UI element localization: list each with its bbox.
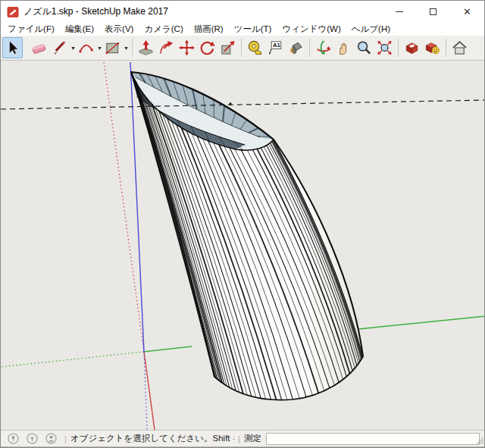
push-pull-icon xyxy=(137,39,155,57)
close-icon: ✕ xyxy=(463,7,471,17)
menu-view[interactable]: 表示(V) xyxy=(99,23,139,36)
status-message: オブジェクトを選択してください。Shift キーを押したまま選択するか、また..… xyxy=(70,433,234,444)
zoom-extents-icon xyxy=(376,39,393,57)
minimize-button[interactable] xyxy=(382,1,416,23)
select-tool-button[interactable] xyxy=(2,37,23,58)
minimize-icon xyxy=(396,11,403,12)
pan-tool-button[interactable] xyxy=(333,37,354,58)
menu-edit[interactable]: 編集(E) xyxy=(60,23,99,36)
toolbar-separator xyxy=(398,39,399,57)
share-model-button[interactable] xyxy=(422,37,443,58)
menu-camera[interactable]: カメラ(C) xyxy=(139,23,188,36)
move-tool-button[interactable] xyxy=(177,37,197,58)
menu-draw[interactable]: 描画(R) xyxy=(189,23,229,36)
menu-window[interactable]: ウィンドウ(W) xyxy=(277,23,346,36)
move-icon xyxy=(178,39,196,57)
eraser-tool-button[interactable] xyxy=(29,37,49,58)
paint-bucket-tool-button[interactable] xyxy=(286,37,306,58)
maximize-icon xyxy=(430,8,436,15)
push-pull-tool-button[interactable] xyxy=(136,37,156,58)
zoom-magnifier-icon xyxy=(355,39,373,57)
shapes-dropdown-arrow[interactable]: ▼ xyxy=(124,45,129,51)
orbit-tool-button[interactable] xyxy=(313,37,333,58)
select-arrow-icon xyxy=(5,39,21,56)
home-button[interactable] xyxy=(449,37,470,58)
credits-icon[interactable] xyxy=(27,433,38,444)
text-tool-button[interactable]: A1 xyxy=(265,37,286,58)
window-controls: ✕ xyxy=(382,1,484,23)
measurement-label: 測定 xyxy=(244,433,261,444)
pencil-icon xyxy=(51,39,68,57)
sketchup-logo-icon xyxy=(7,6,19,18)
warehouse-model-icon xyxy=(403,39,421,57)
rotate-icon xyxy=(199,39,216,57)
orbit-icon xyxy=(314,39,332,57)
toolbar-separator xyxy=(241,39,242,57)
arc-dropdown-arrow[interactable]: ▼ xyxy=(97,45,102,51)
toolbar-separator xyxy=(309,39,310,57)
follow-me-tool-button[interactable] xyxy=(156,37,177,58)
eraser-icon xyxy=(30,39,48,57)
scale-tool-button[interactable] xyxy=(217,37,238,58)
text-label-icon: A1 xyxy=(267,39,284,57)
tape-measure-tool-button[interactable] xyxy=(245,37,265,58)
get-models-button[interactable] xyxy=(402,37,422,58)
line-dropdown-arrow[interactable]: ▼ xyxy=(70,45,76,51)
menu-tools[interactable]: ツール(T) xyxy=(229,23,277,36)
svg-text:A1: A1 xyxy=(273,42,281,49)
pan-hand-icon xyxy=(335,39,352,57)
rotate-tool-button[interactable] xyxy=(197,37,217,58)
sign-in-person-icon[interactable] xyxy=(45,433,57,444)
shapes-tool-button[interactable] xyxy=(102,37,123,58)
measurement-input[interactable] xyxy=(266,433,480,445)
nozzle-model-canvas[interactable] xyxy=(1,61,485,430)
tape-measure-icon xyxy=(246,39,264,57)
toolbar-separator xyxy=(446,39,446,57)
arc-tool-button[interactable] xyxy=(76,37,96,58)
statusbar-divider: | xyxy=(64,434,67,443)
maximize-button[interactable] xyxy=(416,1,450,23)
toolbar-separator xyxy=(132,39,133,57)
model-viewport[interactable] xyxy=(1,61,484,430)
follow-me-icon xyxy=(158,39,175,57)
sketchup-window: ノズル1.skp - SketchUp Make 2017 ✕ ファイル(F) … xyxy=(0,0,485,448)
menu-bar: ファイル(F) 編集(E) 表示(V) カメラ(C) 描画(R) ツール(T) … xyxy=(1,23,484,36)
close-button[interactable]: ✕ xyxy=(450,1,484,23)
arc-icon xyxy=(77,39,95,57)
status-bar: | オブジェクトを選択してください。Shift キーを押したまま選択するか、また… xyxy=(1,430,484,446)
house-icon xyxy=(451,39,468,57)
toolbar: ▼ ▼ ▼ xyxy=(1,36,484,61)
share-model-icon xyxy=(424,39,441,57)
zoom-tool-button[interactable] xyxy=(354,37,374,58)
window-title: ノズル1.skp - SketchUp Make 2017 xyxy=(23,5,168,18)
rectangle-icon xyxy=(104,39,121,57)
resize-grip[interactable] xyxy=(477,437,483,444)
zoom-extents-tool-button[interactable] xyxy=(374,37,395,58)
paint-bucket-icon xyxy=(287,39,305,57)
line-tool-button[interactable] xyxy=(49,37,70,58)
menu-help[interactable]: ヘルプ(H) xyxy=(346,23,396,36)
menu-file[interactable]: ファイル(F) xyxy=(2,23,60,36)
title-bar: ノズル1.skp - SketchUp Make 2017 ✕ xyxy=(1,1,484,23)
statusbar-divider: | xyxy=(238,434,240,443)
geolocation-icon[interactable] xyxy=(8,433,19,444)
scale-icon xyxy=(219,39,236,57)
